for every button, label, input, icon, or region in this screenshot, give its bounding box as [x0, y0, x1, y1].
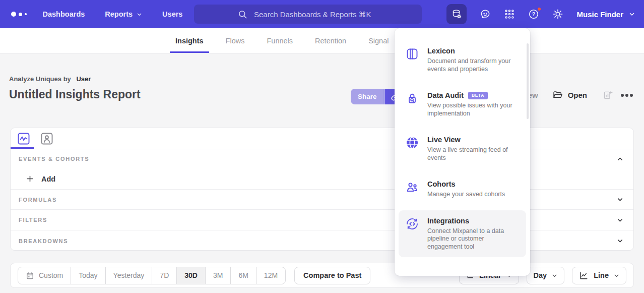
query-builder-card: EVENTS & COHORTS Add FORMULAS FILTERS BR…: [10, 128, 634, 251]
tab-funnels[interactable]: Funnels: [267, 28, 293, 53]
menu-item-description: Document and transform your events and p…: [427, 57, 515, 73]
more-options-button[interactable]: [621, 94, 633, 97]
calendar-icon: [26, 271, 34, 280]
filters-label: FILTERS: [19, 217, 47, 223]
nav-reports[interactable]: Reports: [105, 10, 142, 18]
data-audit-lock-icon: [406, 92, 419, 105]
chart-type-dropdown[interactable]: Line: [572, 267, 626, 284]
chart-toolbar: Custom Today Yesterday 7D 30D 3M 6M 12M …: [10, 263, 634, 288]
nav-users[interactable]: Users: [162, 10, 182, 18]
open-report-button[interactable]: Open: [552, 90, 587, 100]
feedback-icon[interactable]: [480, 9, 491, 20]
menu-item-title: Cohorts: [427, 180, 456, 188]
integrations-sync-icon: [406, 217, 419, 230]
chevron-down-icon[interactable]: [617, 217, 623, 223]
range-12m-label: 12M: [264, 271, 278, 279]
beta-badge: BETA: [468, 92, 488, 99]
tab-retention[interactable]: Retention: [315, 28, 346, 53]
menu-item-title: Data Audit: [427, 91, 464, 99]
events-cohorts-label: EVENTS & COHORTS: [19, 156, 89, 162]
data-management-icon[interactable]: [446, 4, 467, 24]
cohorts-people-icon: [406, 181, 419, 194]
add-event-button[interactable]: Add: [11, 168, 633, 190]
range-7d[interactable]: 7D: [152, 267, 177, 284]
range-12m[interactable]: 12M: [256, 267, 286, 284]
context-entity-selector[interactable]: User: [76, 75, 91, 83]
tab-insights[interactable]: Insights: [175, 28, 204, 53]
profiles-tab[interactable]: [40, 132, 53, 145]
interval-dropdown[interactable]: Day: [527, 267, 565, 284]
events-cohorts-section[interactable]: EVENTS & COHORTS: [11, 149, 633, 168]
chevron-up-icon[interactable]: [617, 156, 623, 162]
add-to-dashboard-icon[interactable]: [603, 90, 613, 100]
range-30d[interactable]: 30D: [176, 267, 206, 284]
filters-section[interactable]: FILTERS: [11, 210, 633, 230]
context-prefix: Analyze Uniques by: [9, 75, 71, 83]
range-yesterday[interactable]: Yesterday: [105, 267, 153, 284]
menu-item-lexicon[interactable]: Lexicon Document and transform your even…: [395, 40, 530, 80]
analysis-context: Analyze Uniques by User: [9, 75, 141, 83]
menu-item-title: Live View: [427, 136, 461, 144]
date-range-selector: Custom Today Yesterday 7D 30D 3M 6M 12M: [18, 267, 286, 284]
workspace-switcher[interactable]: Music Finder: [576, 10, 635, 19]
workspace-label: Music Finder: [576, 10, 623, 19]
range-today-label: Today: [79, 271, 97, 279]
report-title[interactable]: Untitled Insights Report: [9, 88, 141, 101]
settings-gear-icon[interactable]: [552, 9, 563, 20]
tab-flows[interactable]: Flows: [226, 28, 245, 53]
range-7d-label: 7D: [160, 271, 169, 279]
chevron-down-icon: [137, 12, 142, 17]
panel-scrollbar[interactable]: [527, 43, 529, 119]
top-navbar: Dashboards Reports Users: [0, 0, 644, 28]
menu-item-cohorts[interactable]: Cohorts Manage your saved cohorts: [395, 173, 530, 205]
formulas-section[interactable]: FORMULAS: [11, 190, 633, 210]
search-input[interactable]: [253, 10, 378, 19]
svg-text:?: ?: [532, 11, 535, 17]
menu-item-integrations[interactable]: Integrations Connect Mixpanel to a data …: [399, 210, 526, 258]
help-icon[interactable]: ?: [528, 9, 539, 20]
range-6m[interactable]: 6M: [230, 267, 256, 284]
chevron-down-icon: [614, 273, 619, 278]
chevron-down-icon[interactable]: [617, 238, 623, 244]
share-button[interactable]: Share: [351, 89, 384, 104]
live-view-globe-icon: [406, 136, 419, 149]
chevron-down-icon[interactable]: [617, 196, 623, 203]
nav-dashboards-label: Dashboards: [43, 10, 85, 18]
menu-item-description: View a live streaming feed of events: [427, 146, 515, 162]
range-custom[interactable]: Custom: [18, 267, 71, 284]
navbar-right-icons: ? Music Finder: [446, 0, 635, 28]
range-6m-label: 6M: [238, 271, 248, 279]
open-label: Open: [568, 91, 587, 99]
events-metrics-tab[interactable]: [17, 132, 30, 145]
chevron-down-icon: [629, 11, 635, 17]
line-chart-icon: [579, 271, 589, 280]
compare-to-past-button[interactable]: Compare to Past: [294, 267, 370, 284]
mixpanel-logo-icon[interactable]: [11, 12, 27, 17]
range-30d-label: 30D: [184, 271, 198, 279]
tab-insights-label: Insights: [175, 37, 204, 45]
global-search[interactable]: [194, 5, 422, 24]
chevron-down-icon: [552, 273, 557, 278]
nav-users-label: Users: [162, 10, 182, 18]
data-management-menu: Lexicon Document and transform your even…: [395, 28, 530, 276]
builder-mode-tabs: [11, 128, 633, 149]
tab-funnels-label: Funnels: [267, 37, 293, 45]
report-tabs: Insights Flows Funnels Retention Signal …: [0, 28, 644, 53]
menu-item-description: Manage your saved cohorts: [427, 191, 505, 199]
menu-item-data-audit[interactable]: Data Audit BETA View possible issues wit…: [395, 85, 530, 124]
apps-grid-icon[interactable]: [504, 9, 515, 20]
range-today[interactable]: Today: [71, 267, 105, 284]
plus-icon: [26, 174, 34, 183]
tab-signal[interactable]: Signal: [368, 28, 389, 53]
breakdowns-label: BREAKDOWNS: [19, 238, 68, 244]
menu-item-live-view[interactable]: Live View View a live streaming feed of …: [395, 129, 530, 168]
breakdowns-section[interactable]: BREAKDOWNS: [11, 230, 633, 251]
interval-label: Day: [534, 271, 547, 279]
nav-dashboards[interactable]: Dashboards: [43, 10, 85, 18]
menu-item-title: Lexicon: [427, 47, 455, 55]
lexicon-book-icon: [406, 47, 419, 61]
folder-icon: [552, 90, 563, 100]
tab-signal-label: Signal: [368, 37, 389, 45]
range-3m[interactable]: 3M: [205, 267, 231, 284]
menu-item-description: Connect Mixpanel to a data pipeline or c…: [427, 227, 515, 251]
